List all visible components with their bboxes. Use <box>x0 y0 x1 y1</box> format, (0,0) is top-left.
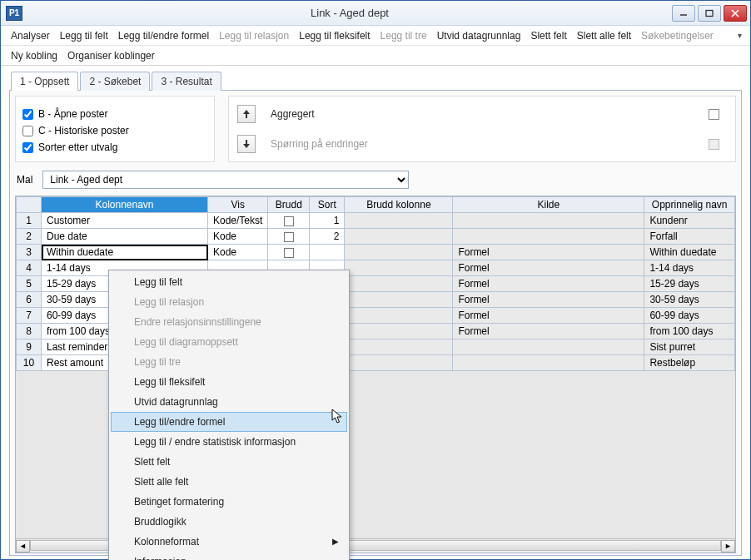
row-number[interactable]: 2 <box>17 229 42 245</box>
cell-opprinnelig[interactable]: Sist purret <box>644 339 735 355</box>
cell-kilde[interactable] <box>453 229 644 245</box>
cell-kilde[interactable]: Formel <box>453 324 644 339</box>
col-kilde[interactable]: Kilde <box>453 197 644 213</box>
row-number[interactable]: 5 <box>17 276 42 292</box>
mal-select[interactable]: Link - Aged dept <box>42 171 409 189</box>
menu-ny-kobling[interactable]: Ny kobling <box>6 47 62 64</box>
menu-analyser[interactable]: Analyser <box>6 27 55 44</box>
col-kolonnenavn[interactable]: Kolonnenavn <box>42 197 208 213</box>
row-number[interactable]: 4 <box>17 260 42 276</box>
maximize-button[interactable] <box>698 5 721 22</box>
menu-sokebetingelser[interactable]: Søkebetingelser <box>636 27 719 44</box>
table-row[interactable]: 1CustomerKode/Tekst1Kundenr <box>17 213 735 229</box>
scroll-right-button[interactable]: ► <box>721 540 735 553</box>
move-down-button[interactable] <box>237 135 256 153</box>
row-number[interactable]: 6 <box>17 292 42 308</box>
cell-kilde[interactable]: Formel <box>453 245 644 260</box>
cell-kolonnenavn[interactable]: Due date <box>42 229 208 245</box>
row-number[interactable]: 9 <box>17 339 42 355</box>
cell-kilde[interactable]: Formel <box>453 292 644 308</box>
context-menu-item[interactable]: Informasjon <box>111 552 347 560</box>
cell-kilde[interactable] <box>453 213 644 229</box>
cell-sort[interactable]: 1 <box>310 213 345 229</box>
cell-opprinnelig[interactable]: Within duedate <box>644 245 735 260</box>
tab-oppsett[interactable]: 1 - Oppsett <box>11 72 78 91</box>
cell-kilde[interactable]: Formel <box>453 308 644 324</box>
cell-opprinnelig[interactable]: 30-59 days <box>644 292 735 308</box>
chk-aggregert[interactable] <box>709 109 719 120</box>
cell-opprinnelig[interactable]: 1-14 days <box>644 260 735 276</box>
row-number[interactable]: 7 <box>17 308 42 324</box>
minimize-button[interactable] <box>672 5 695 22</box>
cell-bruddkolonne[interactable] <box>345 245 453 260</box>
cell-kolonnenavn[interactable]: Within duedate <box>42 245 208 260</box>
menu-slett-alle-felt[interactable]: Slett alle felt <box>572 27 636 44</box>
cell-vis[interactable]: Kode <box>208 245 268 260</box>
table-row[interactable]: 2Due dateKode2Forfall <box>17 229 735 245</box>
row-number[interactable]: 3 <box>17 245 42 260</box>
tab-sokebet[interactable]: 2 - Søkebet <box>80 72 150 91</box>
col-opprinnelig[interactable]: Opprinnelig navn <box>644 197 735 213</box>
col-bruddkolonne[interactable]: Brudd kolonne <box>345 197 453 213</box>
menu-legg-til-fleksifelt[interactable]: Legg til fleksifelt <box>294 27 375 44</box>
cell-bruddkolonne[interactable] <box>345 276 453 292</box>
scroll-left-button[interactable]: ◄ <box>16 540 30 553</box>
cell-bruddkolonne[interactable] <box>345 292 453 308</box>
cell-bruddkolonne[interactable] <box>345 260 453 276</box>
context-menu-item[interactable]: Betinget formatering <box>111 492 347 512</box>
context-menu-item[interactable]: Legg til / endre statistisk informasjon <box>111 432 347 452</box>
cell-bruddkolonne[interactable] <box>345 213 453 229</box>
col-sort[interactable]: Sort <box>310 197 345 213</box>
cell-kilde[interactable]: Formel <box>453 260 644 276</box>
col-corner[interactable] <box>17 197 42 213</box>
cell-kilde[interactable] <box>453 339 644 355</box>
cell-bruddkolonne[interactable] <box>345 339 453 355</box>
menu-utvid-datagrunnlag[interactable]: Utvid datagrunnlag <box>432 27 526 44</box>
cell-kilde[interactable] <box>453 355 644 371</box>
context-menu-item[interactable]: Kolonneformat▶ <box>111 532 347 552</box>
context-menu-item[interactable]: Legg til felt <box>111 272 347 292</box>
cell-kilde[interactable]: Formel <box>453 276 644 292</box>
cell-bruddkolonne[interactable] <box>345 355 453 371</box>
context-menu[interactable]: Legg til feltLegg til relasjonEndre rela… <box>108 270 350 560</box>
table-row[interactable]: 3Within duedateKodeFormelWithin duedate <box>17 245 735 260</box>
row-number[interactable]: 8 <box>17 324 42 339</box>
cell-opprinnelig[interactable]: 15-29 days <box>644 276 735 292</box>
col-brudd[interactable]: Brudd <box>268 197 310 213</box>
menu-organiser-koblinger[interactable]: Organiser koblinger <box>62 47 160 64</box>
cell-sort[interactable]: 2 <box>310 229 345 245</box>
chk-historiske-poster[interactable] <box>22 126 33 136</box>
context-menu-item[interactable]: Slett felt <box>111 452 347 472</box>
cell-opprinnelig[interactable]: Kundenr <box>644 213 735 229</box>
menu-slett-felt[interactable]: Slett felt <box>525 27 571 44</box>
chk-apne-poster[interactable] <box>22 109 33 120</box>
context-menu-item[interactable]: Slett alle felt <box>111 472 347 492</box>
chk-sorter-etter-utvalg[interactable] <box>22 142 33 153</box>
close-button[interactable] <box>724 5 747 22</box>
cell-bruddkolonne[interactable] <box>345 229 453 245</box>
menu-overflow-icon[interactable]: ▾ <box>734 31 745 40</box>
menu-legg-til-relasjon[interactable]: Legg til relasjon <box>214 27 294 44</box>
menu-legg-til-tre[interactable]: Legg til tre <box>376 27 432 44</box>
context-menu-item[interactable]: Utvid datagrunnlag <box>111 392 347 412</box>
cell-brudd[interactable] <box>268 245 310 260</box>
cell-brudd[interactable] <box>268 213 310 229</box>
menu-legg-til-formel[interactable]: Legg til/endre formel <box>113 27 214 44</box>
move-up-button[interactable] <box>237 105 256 123</box>
col-vis[interactable]: Vis <box>208 197 268 213</box>
brudd-checkbox[interactable] <box>284 232 294 242</box>
cell-sort[interactable] <box>310 245 345 260</box>
context-menu-item[interactable]: Legg til fleksifelt <box>111 372 347 392</box>
context-menu-item[interactable]: Legg til/endre formel <box>111 412 347 432</box>
tab-resultat[interactable]: 3 - Resultat <box>152 72 221 91</box>
menu-legg-til-felt[interactable]: Legg til felt <box>55 27 113 44</box>
cell-opprinnelig[interactable]: from 100 days <box>644 324 735 339</box>
cell-opprinnelig[interactable]: Restbeløp <box>644 355 735 371</box>
brudd-checkbox[interactable] <box>284 248 294 258</box>
cell-bruddkolonne[interactable] <box>345 324 453 339</box>
row-number[interactable]: 10 <box>17 355 42 371</box>
cell-brudd[interactable] <box>268 229 310 245</box>
cell-bruddkolonne[interactable] <box>345 308 453 324</box>
cell-opprinnelig[interactable]: Forfall <box>644 229 735 245</box>
cell-vis[interactable]: Kode/Tekst <box>208 213 268 229</box>
